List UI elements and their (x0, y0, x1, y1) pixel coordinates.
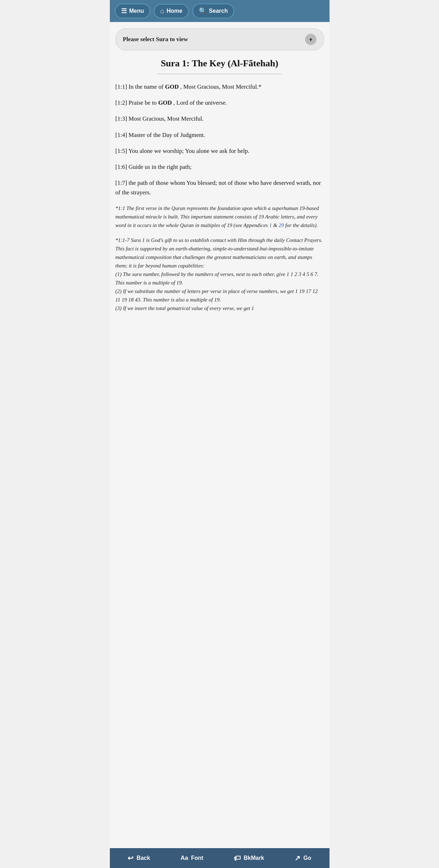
footnote-1-7-item1: (1) The sura number, followed by the num… (116, 271, 319, 286)
verse-ref-1-1: [1:1] (116, 83, 127, 90)
footnote-1-7-item3: (3) If we insert the total gematrical va… (116, 305, 254, 311)
sura-title: Sura 1: The Key (Al-Fãtehah) (116, 58, 324, 69)
home-icon: ⌂ (160, 7, 164, 15)
bookmark-icon: 🏷 (234, 854, 241, 862)
verse-ref-1-2: [1:2] (116, 99, 127, 106)
sura-divider (157, 74, 282, 74)
sura-selector-label: Please select Sura to view (123, 36, 188, 43)
verse-ref-1-3: [1:3] (116, 115, 127, 122)
verse-1-7: [1:7] the path of those whom You blessed… (116, 178, 324, 197)
home-button[interactable]: ⌂ Home (154, 4, 188, 18)
footnote-1-7-item2: (2) If we substitute the number of lette… (116, 288, 318, 303)
main-content: Please select Sura to view ▾ Sura 1: The… (110, 22, 330, 848)
verse-text-1-7: the path of those whom You blessed; not … (116, 179, 321, 196)
verse-1-3: [1:3] Most Gracious, Most Merciful. (116, 114, 324, 123)
go-label: Go (303, 855, 311, 861)
verse-1-5: [1:5] You alone we worship; You alone we… (116, 146, 324, 156)
verse-1-2: [1:2] Praise be to GOD , Lord of the uni… (116, 98, 324, 107)
verse-text-1-5: You alone we worship; You alone we ask f… (128, 148, 249, 154)
verse-god-1-2: GOD (158, 99, 172, 106)
back-label: Back (136, 855, 150, 861)
bookmark-button[interactable]: 🏷 BkMark (230, 852, 268, 864)
verse-god-1-1: GOD (165, 83, 179, 90)
bkmark-label: BkMark (244, 855, 264, 861)
menu-label: Menu (129, 8, 144, 14)
verse-ref-1-5: [1:5] (116, 148, 127, 154)
verse-ref-1-4: [1:4] (116, 132, 127, 138)
home-label: Home (167, 8, 182, 14)
appendix-29-link[interactable]: 29 (278, 222, 284, 228)
footnote-1-1-end: for the details). (284, 222, 318, 228)
back-icon: ↩ (128, 854, 134, 862)
footnote-1-1: *1:1 The first verse in the Quran repres… (116, 204, 324, 230)
verse-text-1-6: Guide us in the right path; (129, 164, 192, 170)
chevron-down-icon: ▾ (305, 34, 316, 45)
footnote-1-7-text: *1:1-7 Sura 1 is God's gift to us to est… (116, 237, 322, 269)
back-button[interactable]: ↩ Back (124, 852, 153, 864)
verse-text-1-2-before: Praise be to (129, 99, 158, 106)
verse-1-6: [1:6] Guide us in the right path; (116, 162, 324, 172)
verse-1-4: [1:4] Master of the Day of Judgment. (116, 130, 324, 140)
font-icon: Aa (180, 855, 188, 862)
sura-selector[interactable]: Please select Sura to view ▾ (116, 28, 324, 50)
verse-text-1-3: Most Gracious, Most Merciful. (129, 115, 204, 122)
footnote-1-7: *1:1-7 Sura 1 is God's gift to us to est… (116, 236, 324, 313)
font-button[interactable]: Aa Font (177, 852, 207, 864)
menu-button[interactable]: ☰ Menu (115, 4, 151, 18)
verse-text-1-4: Master of the Day of Judgment. (129, 132, 205, 138)
go-icon: ↗ (294, 854, 300, 862)
appendix-1-link[interactable]: 1 (269, 222, 272, 228)
search-button[interactable]: 🔍 Search (192, 4, 234, 18)
verse-ref-1-7: [1:7] (116, 179, 127, 186)
verse-text-1-1-before: In the name of (129, 83, 165, 90)
search-label: Search (209, 8, 228, 14)
verse-1-1: [1:1] In the name of GOD , Most Gracious… (116, 82, 324, 92)
menu-icon: ☰ (121, 7, 127, 15)
search-icon: 🔍 (199, 7, 207, 15)
verse-text-1-1-after: , Most Gracious, Most Merciful.* (180, 83, 261, 90)
verse-text-1-2-after: , Lord of the universe. (173, 99, 227, 106)
top-nav: ☰ Menu ⌂ Home 🔍 Search (110, 0, 330, 22)
footnote-1-1-amp: & (272, 222, 278, 228)
font-label: Font (191, 855, 203, 861)
bottom-nav: ↩ Back Aa Font 🏷 BkMark ↗ Go (110, 848, 330, 868)
go-button[interactable]: ↗ Go (291, 852, 315, 864)
verse-ref-1-6: [1:6] (116, 164, 127, 170)
